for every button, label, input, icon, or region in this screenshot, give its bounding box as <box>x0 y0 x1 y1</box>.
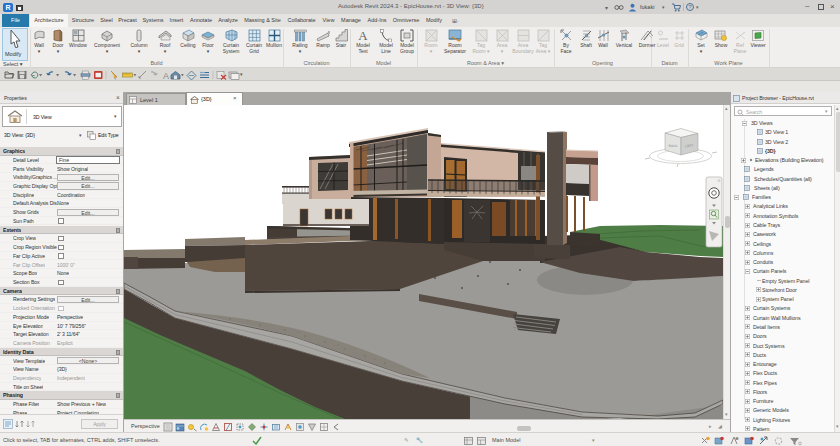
svg-text:LEFT: LEFT <box>685 144 693 148</box>
svg-text:A: A <box>358 29 368 42</box>
svg-text:BACK: BACK <box>668 144 678 149</box>
svg-text:A: A <box>163 71 169 81</box>
